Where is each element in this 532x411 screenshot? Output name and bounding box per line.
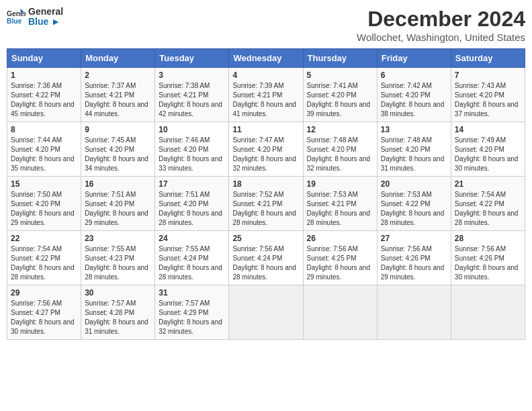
day-number: 31: [159, 288, 225, 298]
calendar-cell: 17 Sunrise: 7:51 AMSunset: 4:20 PMDaylig…: [155, 177, 229, 231]
day-info: Sunrise: 7:54 AMSunset: 4:22 PMDaylight:…: [11, 245, 75, 281]
day-info: Sunrise: 7:56 AMSunset: 4:24 PMDaylight:…: [232, 245, 296, 281]
calendar-cell: 26 Sunrise: 7:56 AMSunset: 4:25 PMDaylig…: [303, 231, 377, 285]
week-row-4: 22 Sunrise: 7:54 AMSunset: 4:22 PMDaylig…: [7, 231, 525, 285]
calendar-cell: 14 Sunrise: 7:49 AMSunset: 4:20 PMDaylig…: [451, 122, 525, 177]
day-info: Sunrise: 7:53 AMSunset: 4:21 PMDaylight:…: [307, 191, 371, 226]
day-number: 28: [455, 234, 521, 243]
day-number: 24: [159, 234, 225, 243]
day-info: Sunrise: 7:57 AMSunset: 4:28 PMDaylight:…: [85, 300, 148, 335]
day-number: 21: [455, 179, 521, 189]
calendar-cell: [377, 285, 451, 340]
title-area: December 2024 Wollochet, Washington, Uni…: [357, 7, 525, 43]
calendar-cell: 12 Sunrise: 7:48 AMSunset: 4:20 PMDaylig…: [303, 122, 377, 177]
calendar-cell: 30 Sunrise: 7:57 AMSunset: 4:28 PMDaylig…: [81, 285, 155, 340]
day-info: Sunrise: 7:55 AMSunset: 4:24 PMDaylight:…: [159, 245, 222, 281]
day-number: 14: [455, 125, 521, 134]
calendar-cell: 20 Sunrise: 7:53 AMSunset: 4:22 PMDaylig…: [377, 177, 451, 231]
day-number: 1: [11, 71, 77, 80]
calendar-cell: 11 Sunrise: 7:47 AMSunset: 4:20 PMDaylig…: [229, 122, 303, 177]
day-number: 4: [232, 71, 299, 80]
calendar-cell: [229, 285, 303, 340]
day-info: Sunrise: 7:52 AMSunset: 4:21 PMDaylight:…: [232, 191, 296, 226]
day-number: 6: [381, 71, 447, 80]
day-number: 22: [11, 234, 77, 243]
week-row-2: 8 Sunrise: 7:44 AMSunset: 4:20 PMDayligh…: [7, 122, 525, 177]
calendar-cell: 4 Sunrise: 7:39 AMSunset: 4:21 PMDayligh…: [229, 68, 303, 122]
day-number: 19: [307, 179, 373, 189]
calendar-cell: 7 Sunrise: 7:43 AMSunset: 4:20 PMDayligh…: [451, 68, 525, 122]
weekday-header-sunday: Sunday: [7, 49, 81, 68]
page-header: General Blue General Blue ► December 202…: [7, 7, 525, 43]
calendar-cell: 31 Sunrise: 7:57 AMSunset: 4:29 PMDaylig…: [155, 285, 229, 340]
calendar-cell: [303, 285, 377, 340]
week-row-5: 29 Sunrise: 7:56 AMSunset: 4:27 PMDaylig…: [7, 285, 525, 340]
calendar-cell: 23 Sunrise: 7:55 AMSunset: 4:23 PMDaylig…: [81, 231, 155, 285]
weekday-header-wednesday: Wednesday: [229, 49, 303, 68]
day-number: 2: [85, 71, 151, 80]
day-number: 20: [381, 179, 447, 189]
calendar-cell: 10 Sunrise: 7:46 AMSunset: 4:20 PMDaylig…: [155, 122, 229, 177]
day-number: 25: [232, 234, 299, 243]
calendar-cell: 6 Sunrise: 7:42 AMSunset: 4:20 PMDayligh…: [377, 68, 451, 122]
day-info: Sunrise: 7:56 AMSunset: 4:26 PMDaylight:…: [455, 245, 519, 281]
weekday-header-thursday: Thursday: [303, 49, 377, 68]
day-number: 11: [232, 125, 299, 134]
logo-icon: General Blue: [7, 7, 26, 26]
calendar-cell: 18 Sunrise: 7:52 AMSunset: 4:21 PMDaylig…: [229, 177, 303, 231]
day-info: Sunrise: 7:49 AMSunset: 4:20 PMDaylight:…: [455, 136, 519, 172]
day-info: Sunrise: 7:46 AMSunset: 4:20 PMDaylight:…: [159, 136, 222, 172]
svg-text:Blue: Blue: [7, 18, 22, 26]
day-number: 29: [11, 288, 77, 298]
calendar-cell: [451, 285, 525, 340]
calendar-cell: 29 Sunrise: 7:56 AMSunset: 4:27 PMDaylig…: [7, 285, 81, 340]
day-info: Sunrise: 7:48 AMSunset: 4:20 PMDaylight:…: [381, 136, 445, 172]
calendar-cell: 15 Sunrise: 7:50 AMSunset: 4:20 PMDaylig…: [7, 177, 81, 231]
day-info: Sunrise: 7:56 AMSunset: 4:27 PMDaylight:…: [11, 300, 75, 335]
calendar-table: SundayMondayTuesdayWednesdayThursdayFrid…: [7, 48, 525, 340]
weekday-header-monday: Monday: [81, 49, 155, 68]
calendar-cell: 13 Sunrise: 7:48 AMSunset: 4:20 PMDaylig…: [377, 122, 451, 177]
day-number: 5: [307, 71, 373, 80]
day-info: Sunrise: 7:56 AMSunset: 4:25 PMDaylight:…: [307, 245, 371, 281]
calendar-cell: 3 Sunrise: 7:38 AMSunset: 4:21 PMDayligh…: [155, 68, 229, 122]
calendar-cell: 5 Sunrise: 7:41 AMSunset: 4:20 PMDayligh…: [303, 68, 377, 122]
day-number: 23: [85, 234, 151, 243]
day-number: 9: [85, 125, 151, 134]
weekday-header-saturday: Saturday: [451, 49, 525, 68]
day-info: Sunrise: 7:45 AMSunset: 4:20 PMDaylight:…: [85, 136, 148, 172]
day-info: Sunrise: 7:56 AMSunset: 4:26 PMDaylight:…: [381, 245, 445, 281]
day-number: 17: [159, 179, 225, 189]
day-number: 10: [159, 125, 225, 134]
day-info: Sunrise: 7:37 AMSunset: 4:21 PMDaylight:…: [85, 82, 148, 118]
weekday-header-row: SundayMondayTuesdayWednesdayThursdayFrid…: [7, 49, 525, 68]
page-title: December 2024: [357, 7, 525, 32]
day-number: 30: [85, 288, 151, 298]
day-number: 13: [381, 125, 447, 134]
day-info: Sunrise: 7:42 AMSunset: 4:20 PMDaylight:…: [381, 82, 445, 118]
day-number: 15: [11, 179, 77, 189]
weekday-header-friday: Friday: [377, 49, 451, 68]
logo-blue: Blue ►: [28, 17, 63, 27]
calendar-cell: 24 Sunrise: 7:55 AMSunset: 4:24 PMDaylig…: [155, 231, 229, 285]
day-number: 26: [307, 234, 373, 243]
calendar-cell: 28 Sunrise: 7:56 AMSunset: 4:26 PMDaylig…: [451, 231, 525, 285]
calendar-cell: 27 Sunrise: 7:56 AMSunset: 4:26 PMDaylig…: [377, 231, 451, 285]
calendar-cell: 1 Sunrise: 7:36 AMSunset: 4:22 PMDayligh…: [7, 68, 81, 122]
calendar-cell: 21 Sunrise: 7:54 AMSunset: 4:22 PMDaylig…: [451, 177, 525, 231]
calendar-cell: 19 Sunrise: 7:53 AMSunset: 4:21 PMDaylig…: [303, 177, 377, 231]
day-info: Sunrise: 7:53 AMSunset: 4:22 PMDaylight:…: [381, 191, 445, 226]
day-number: 27: [381, 234, 447, 243]
day-info: Sunrise: 7:41 AMSunset: 4:20 PMDaylight:…: [307, 82, 371, 118]
week-row-3: 15 Sunrise: 7:50 AMSunset: 4:20 PMDaylig…: [7, 177, 525, 231]
calendar-cell: 9 Sunrise: 7:45 AMSunset: 4:20 PMDayligh…: [81, 122, 155, 177]
day-info: Sunrise: 7:51 AMSunset: 4:20 PMDaylight:…: [159, 191, 222, 226]
calendar-cell: 2 Sunrise: 7:37 AMSunset: 4:21 PMDayligh…: [81, 68, 155, 122]
day-number: 3: [159, 71, 225, 80]
logo-general: General: [28, 7, 63, 17]
day-info: Sunrise: 7:51 AMSunset: 4:20 PMDaylight:…: [85, 191, 148, 226]
day-info: Sunrise: 7:55 AMSunset: 4:23 PMDaylight:…: [85, 245, 148, 281]
day-info: Sunrise: 7:57 AMSunset: 4:29 PMDaylight:…: [159, 300, 222, 335]
day-number: 7: [455, 71, 521, 80]
day-info: Sunrise: 7:36 AMSunset: 4:22 PMDaylight:…: [11, 82, 75, 118]
